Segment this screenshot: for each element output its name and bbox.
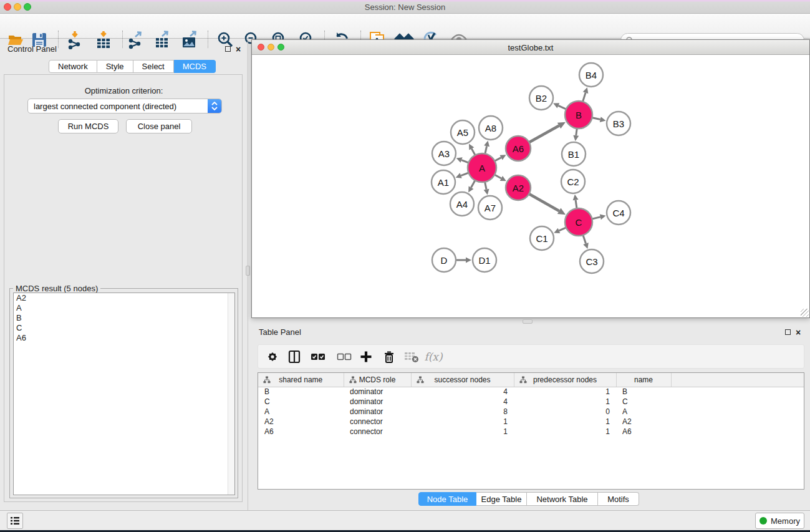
table-cell[interactable]: 1 xyxy=(411,427,514,437)
function-builder-icon[interactable]: f(x) xyxy=(423,347,443,366)
table-cell[interactable]: connector xyxy=(344,417,411,427)
tab-motifs[interactable]: Motifs xyxy=(598,492,639,506)
table-row[interactable]: A6connector11A6 xyxy=(258,427,804,437)
table-cell[interactable]: 1 xyxy=(514,427,616,437)
control-panel-float-icon[interactable] xyxy=(225,46,231,52)
table-cell[interactable]: dominator xyxy=(344,397,411,407)
table-cell[interactable]: 1 xyxy=(514,417,616,427)
table-cell[interactable]: C xyxy=(616,397,671,407)
graph-node-B2[interactable]: B2 xyxy=(529,86,553,110)
mcds-result-list[interactable]: A2ABCA6 xyxy=(13,293,235,495)
scrollbar-track[interactable] xyxy=(228,293,234,495)
table-row[interactable]: A2connector11A2 xyxy=(258,417,804,427)
graph-node-C1[interactable]: C1 xyxy=(530,226,554,250)
column-header-name[interactable]: name xyxy=(616,373,671,387)
graph-node-C3[interactable]: C3 xyxy=(580,249,604,273)
panel-divider-grip[interactable] xyxy=(246,266,250,276)
mcds-result-item[interactable]: A2 xyxy=(14,293,234,303)
graph-node-C4[interactable]: C4 xyxy=(607,201,630,225)
table-panel-divider-grip[interactable] xyxy=(523,319,533,324)
close-panel-button[interactable]: Close panel xyxy=(126,119,192,133)
add-column-icon[interactable] xyxy=(356,347,376,366)
control-panel-close-icon[interactable]: × xyxy=(236,46,241,53)
graph-node-D[interactable]: D xyxy=(432,248,456,272)
tab-select[interactable]: Select xyxy=(133,60,174,73)
mcds-result-item[interactable]: C xyxy=(14,323,234,333)
deselect-all-icon[interactable] xyxy=(334,347,354,366)
table-cell[interactable]: dominator xyxy=(344,387,411,397)
svg-text:B4: B4 xyxy=(586,70,597,80)
memory-button[interactable]: Memory xyxy=(755,513,804,529)
column-header-mcds-role[interactable]: MCDS role xyxy=(344,373,411,387)
window-resize-grip[interactable] xyxy=(801,309,809,317)
select-columns-icon[interactable] xyxy=(284,347,304,366)
graph-node-A5[interactable]: A5 xyxy=(451,120,475,144)
column-header-shared-name[interactable]: shared name xyxy=(258,373,344,387)
tab-mcds[interactable]: MCDS xyxy=(174,60,216,73)
run-mcds-button[interactable]: Run MCDS xyxy=(58,119,118,133)
export-image-icon[interactable] xyxy=(179,30,200,50)
table-cell[interactable]: connector xyxy=(344,427,411,437)
mcds-result-item[interactable]: A xyxy=(14,303,234,313)
mcds-result-item[interactable]: B xyxy=(14,313,234,323)
table-cell[interactable]: 4 xyxy=(411,387,514,397)
table-cell[interactable]: A xyxy=(616,407,671,417)
export-network-icon[interactable] xyxy=(125,30,147,50)
table-settings-gear-icon[interactable] xyxy=(263,347,282,366)
graph-node-A4[interactable]: A4 xyxy=(450,192,474,216)
table-cell[interactable]: 1 xyxy=(514,387,616,397)
table-row[interactable]: Bdominator41B xyxy=(258,387,804,397)
table-cell[interactable]: A6 xyxy=(258,427,344,437)
graph-node-A8[interactable]: A8 xyxy=(479,116,503,140)
graph-node-A1[interactable]: A1 xyxy=(432,170,455,194)
network-window-titlebar[interactable]: testGlobe.txt xyxy=(252,40,809,55)
graph-node-A6[interactable]: A6 xyxy=(506,136,531,161)
import-table-icon[interactable] xyxy=(93,30,114,50)
table-cell[interactable]: B xyxy=(258,387,344,397)
delete-column-trash-icon[interactable] xyxy=(379,347,399,366)
table-cell[interactable]: 0 xyxy=(514,407,616,417)
column-header-predecessor-nodes[interactable]: predecessor nodes xyxy=(514,373,616,387)
table-cell[interactable]: A2 xyxy=(258,417,344,427)
graph-node-A7[interactable]: A7 xyxy=(478,196,502,220)
table-cell[interactable]: 4 xyxy=(411,397,514,407)
table-cell[interactable]: A xyxy=(258,407,344,417)
import-network-icon[interactable] xyxy=(64,30,85,50)
graph-node-A2[interactable]: A2 xyxy=(506,175,531,200)
optimization-criterion-select[interactable]: largest connected component (directed) xyxy=(27,99,222,114)
graph-node-B4[interactable]: B4 xyxy=(579,63,603,87)
select-all-icon[interactable] xyxy=(308,347,328,366)
delete-table-icon[interactable] xyxy=(402,347,422,366)
table-cell[interactable]: A2 xyxy=(616,417,671,427)
tab-network-table[interactable]: Network Table xyxy=(527,492,598,506)
graph-node-A3[interactable]: A3 xyxy=(432,142,456,165)
table-cell[interactable]: A6 xyxy=(616,427,671,437)
tab-node-table[interactable]: Node Table xyxy=(418,492,476,506)
tab-style[interactable]: Style xyxy=(97,60,133,73)
tab-edge-table[interactable]: Edge Table xyxy=(476,492,527,506)
graph-node-B[interactable]: B xyxy=(565,101,592,128)
table-cell[interactable]: dominator xyxy=(344,407,411,417)
table-cell[interactable]: 1 xyxy=(411,417,514,427)
table-cell[interactable]: 1 xyxy=(514,397,616,407)
task-history-button[interactable] xyxy=(7,513,23,529)
mcds-result-item[interactable]: A6 xyxy=(14,333,234,343)
table-cell[interactable]: C xyxy=(258,397,344,407)
table-row[interactable]: Adominator80A xyxy=(258,407,804,417)
table-panel-float-icon[interactable] xyxy=(785,329,791,335)
graph-node-C[interactable]: C xyxy=(565,208,592,236)
table-cell[interactable]: B xyxy=(616,387,671,397)
graph-node-B3[interactable]: B3 xyxy=(607,112,630,135)
network-canvas[interactable]: B4B2BB3A5A8A6A3B1AA1C2A2A4A7C4CC1C3DD1 xyxy=(252,55,809,317)
graph-node-D1[interactable]: D1 xyxy=(473,248,496,272)
graph-node-A[interactable]: A xyxy=(468,153,496,182)
table-cell[interactable]: 8 xyxy=(411,407,514,417)
graph-node-B1[interactable]: B1 xyxy=(562,142,586,166)
tab-network[interactable]: Network xyxy=(49,60,97,73)
table-panel-close-icon[interactable]: × xyxy=(796,329,801,336)
table-row[interactable]: Cdominator41C xyxy=(258,397,804,407)
graph-node-C2[interactable]: C2 xyxy=(561,170,585,193)
table-cell-filler xyxy=(671,397,804,407)
export-table-icon[interactable] xyxy=(152,30,173,50)
column-header-successor-nodes[interactable]: successor nodes xyxy=(411,373,514,387)
